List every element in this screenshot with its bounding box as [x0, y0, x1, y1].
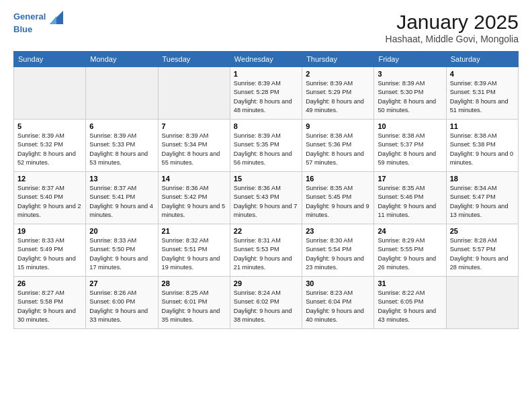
logo-text: General Blue: [13, 11, 63, 35]
day-number: 11: [450, 122, 515, 130]
table-row: [86, 67, 158, 120]
table-row: 17Sunrise: 8:35 AM Sunset: 5:46 PM Dayli…: [374, 172, 446, 224]
day-number: 7: [162, 122, 226, 130]
day-number: 22: [234, 227, 298, 235]
day-number: 10: [378, 122, 442, 130]
day-info: Sunrise: 8:23 AM Sunset: 6:04 PM Dayligh…: [306, 289, 370, 324]
day-number: 18: [450, 175, 515, 183]
table-row: 31Sunrise: 8:22 AM Sunset: 6:05 PM Dayli…: [374, 277, 446, 329]
table-row: 30Sunrise: 8:23 AM Sunset: 6:04 PM Dayli…: [302, 277, 374, 329]
table-row: 16Sunrise: 8:35 AM Sunset: 5:45 PM Dayli…: [302, 172, 374, 224]
day-info: Sunrise: 8:34 AM Sunset: 5:47 PM Dayligh…: [450, 184, 515, 220]
day-info: Sunrise: 8:39 AM Sunset: 5:35 PM Dayligh…: [234, 132, 298, 167]
day-info: Sunrise: 8:37 AM Sunset: 5:40 PM Dayligh…: [17, 184, 82, 220]
title-block: January 2025 Hashaat, Middle Govi, Mongo…: [386, 11, 519, 44]
table-row: 12Sunrise: 8:37 AM Sunset: 5:40 PM Dayli…: [14, 172, 86, 224]
day-number: 29: [234, 279, 298, 287]
day-number: 13: [89, 175, 154, 183]
table-row: 21Sunrise: 8:32 AM Sunset: 5:51 PM Dayli…: [158, 224, 230, 277]
table-row: [158, 67, 230, 120]
day-number: 5: [17, 122, 82, 130]
day-info: Sunrise: 8:39 AM Sunset: 5:34 PM Dayligh…: [162, 132, 226, 167]
day-number: 9: [306, 122, 370, 130]
day-info: Sunrise: 8:35 AM Sunset: 5:46 PM Dayligh…: [378, 184, 442, 220]
col-saturday: Saturday: [446, 52, 518, 67]
day-number: 12: [17, 175, 82, 183]
col-thursday: Thursday: [302, 52, 374, 67]
day-number: 23: [306, 227, 370, 235]
table-row: [14, 67, 86, 120]
table-row: 18Sunrise: 8:34 AM Sunset: 5:47 PM Dayli…: [446, 172, 518, 224]
day-number: 4: [450, 70, 515, 78]
location-subtitle: Hashaat, Middle Govi, Mongolia: [386, 34, 519, 44]
table-row: 5Sunrise: 8:39 AM Sunset: 5:32 PM Daylig…: [14, 120, 86, 172]
table-row: 11Sunrise: 8:38 AM Sunset: 5:38 PM Dayli…: [446, 120, 518, 172]
day-info: Sunrise: 8:22 AM Sunset: 6:05 PM Dayligh…: [378, 289, 442, 324]
logo: General Blue: [13, 11, 63, 35]
day-number: 6: [89, 122, 154, 130]
day-info: Sunrise: 8:28 AM Sunset: 5:57 PM Dayligh…: [450, 236, 515, 272]
table-row: 24Sunrise: 8:29 AM Sunset: 5:55 PM Dayli…: [374, 224, 446, 277]
day-number: 20: [89, 227, 154, 235]
day-info: Sunrise: 8:38 AM Sunset: 5:37 PM Dayligh…: [378, 132, 442, 167]
col-wednesday: Wednesday: [230, 52, 302, 67]
svg-marker-1: [50, 16, 56, 24]
table-row: [446, 277, 518, 329]
page: General Blue January 2025 Hashaat, Middl…: [0, 0, 532, 411]
day-number: 1: [234, 70, 298, 78]
table-row: 6Sunrise: 8:39 AM Sunset: 5:33 PM Daylig…: [86, 120, 158, 172]
day-info: Sunrise: 8:39 AM Sunset: 5:29 PM Dayligh…: [306, 79, 370, 115]
day-number: 31: [378, 279, 442, 287]
table-row: 3Sunrise: 8:39 AM Sunset: 5:30 PM Daylig…: [374, 67, 446, 120]
table-row: 7Sunrise: 8:39 AM Sunset: 5:34 PM Daylig…: [158, 120, 230, 172]
day-number: 17: [378, 175, 442, 183]
table-row: 20Sunrise: 8:33 AM Sunset: 5:50 PM Dayli…: [86, 224, 158, 277]
table-row: 14Sunrise: 8:36 AM Sunset: 5:42 PM Dayli…: [158, 172, 230, 224]
day-number: 2: [306, 70, 370, 78]
table-row: 23Sunrise: 8:30 AM Sunset: 5:54 PM Dayli…: [302, 224, 374, 277]
day-info: Sunrise: 8:25 AM Sunset: 6:01 PM Dayligh…: [162, 289, 226, 324]
day-info: Sunrise: 8:30 AM Sunset: 5:54 PM Dayligh…: [306, 236, 370, 272]
day-number: 15: [234, 175, 298, 183]
table-row: 28Sunrise: 8:25 AM Sunset: 6:01 PM Dayli…: [158, 277, 230, 329]
table-row: 25Sunrise: 8:28 AM Sunset: 5:57 PM Dayli…: [446, 224, 518, 277]
day-number: 19: [17, 227, 82, 235]
table-row: 9Sunrise: 8:38 AM Sunset: 5:36 PM Daylig…: [302, 120, 374, 172]
day-info: Sunrise: 8:39 AM Sunset: 5:32 PM Dayligh…: [17, 132, 82, 167]
calendar-table: Sunday Monday Tuesday Wednesday Thursday…: [13, 51, 519, 329]
col-friday: Friday: [374, 52, 446, 67]
day-number: 28: [162, 279, 226, 287]
day-info: Sunrise: 8:39 AM Sunset: 5:30 PM Dayligh…: [378, 79, 442, 115]
logo-icon: [50, 11, 63, 24]
day-info: Sunrise: 8:31 AM Sunset: 5:53 PM Dayligh…: [234, 236, 298, 272]
table-row: 2Sunrise: 8:39 AM Sunset: 5:29 PM Daylig…: [302, 67, 374, 120]
day-number: 25: [450, 227, 515, 235]
day-number: 27: [89, 279, 154, 287]
day-info: Sunrise: 8:35 AM Sunset: 5:45 PM Dayligh…: [306, 184, 370, 220]
day-info: Sunrise: 8:39 AM Sunset: 5:28 PM Dayligh…: [234, 79, 298, 115]
day-info: Sunrise: 8:38 AM Sunset: 5:38 PM Dayligh…: [450, 132, 515, 167]
table-row: 15Sunrise: 8:36 AM Sunset: 5:43 PM Dayli…: [230, 172, 302, 224]
day-info: Sunrise: 8:33 AM Sunset: 5:50 PM Dayligh…: [89, 236, 154, 272]
day-number: 8: [234, 122, 298, 130]
table-row: 1Sunrise: 8:39 AM Sunset: 5:28 PM Daylig…: [230, 67, 302, 120]
day-number: 30: [306, 279, 370, 287]
day-info: Sunrise: 8:27 AM Sunset: 5:58 PM Dayligh…: [17, 289, 82, 324]
day-info: Sunrise: 8:38 AM Sunset: 5:36 PM Dayligh…: [306, 132, 370, 167]
day-number: 14: [162, 175, 226, 183]
day-number: 21: [162, 227, 226, 235]
day-number: 16: [306, 175, 370, 183]
table-row: 19Sunrise: 8:33 AM Sunset: 5:49 PM Dayli…: [14, 224, 86, 277]
day-info: Sunrise: 8:39 AM Sunset: 5:33 PM Dayligh…: [89, 132, 154, 167]
day-info: Sunrise: 8:33 AM Sunset: 5:49 PM Dayligh…: [17, 236, 82, 272]
table-row: 27Sunrise: 8:26 AM Sunset: 6:00 PM Dayli…: [86, 277, 158, 329]
day-info: Sunrise: 8:26 AM Sunset: 6:00 PM Dayligh…: [89, 289, 154, 324]
table-row: 4Sunrise: 8:39 AM Sunset: 5:31 PM Daylig…: [446, 67, 518, 120]
table-row: 8Sunrise: 8:39 AM Sunset: 5:35 PM Daylig…: [230, 120, 302, 172]
day-number: 3: [378, 70, 442, 78]
day-number: 26: [17, 279, 82, 287]
day-info: Sunrise: 8:39 AM Sunset: 5:31 PM Dayligh…: [450, 79, 515, 115]
table-row: 22Sunrise: 8:31 AM Sunset: 5:53 PM Dayli…: [230, 224, 302, 277]
table-row: 10Sunrise: 8:38 AM Sunset: 5:37 PM Dayli…: [374, 120, 446, 172]
table-row: 26Sunrise: 8:27 AM Sunset: 5:58 PM Dayli…: [14, 277, 86, 329]
